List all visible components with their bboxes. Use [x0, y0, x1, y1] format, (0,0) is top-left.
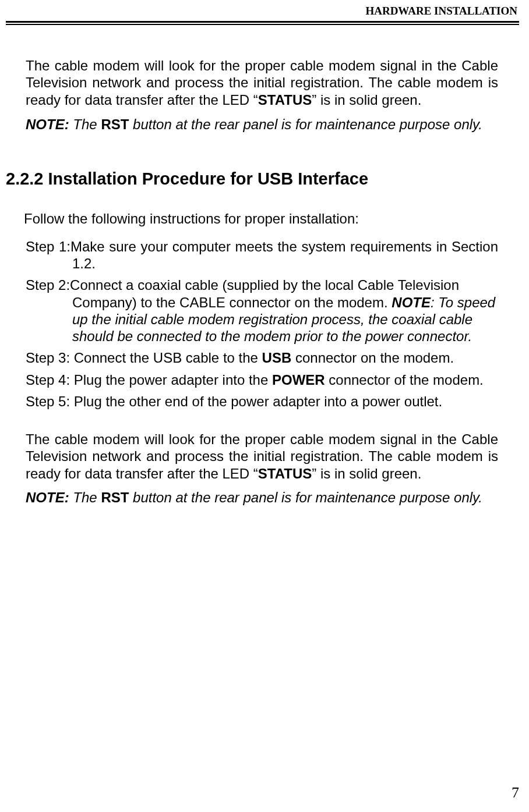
power-bold: POWER	[272, 372, 325, 388]
page: HARDWARE INSTALLATION The cable modem wi…	[0, 0, 529, 812]
note-bold-italic: NOTE	[392, 295, 431, 310]
status-bold: STATUS	[258, 92, 312, 108]
note-label: NOTE:	[26, 490, 69, 505]
usb-bold: USB	[262, 350, 292, 366]
text: button at the rear panel is for maintena…	[129, 116, 482, 132]
step-label: Step 3:	[26, 350, 74, 366]
intro-paragraph-1: The cable modem will look for the proper…	[26, 57, 498, 108]
step-1: Step 1:Make sure your computer meets the…	[26, 238, 498, 272]
step-5: Step 5: Plug the other end of the power …	[26, 393, 498, 410]
page-number: 7	[512, 784, 519, 802]
step-label: Step 1:	[26, 239, 70, 254]
note-1: NOTE: The RST button at the rear panel i…	[26, 116, 498, 133]
text: The	[69, 116, 101, 132]
closing-paragraph: The cable modem will look for the proper…	[26, 431, 498, 482]
header-title: HARDWARE INSTALLATION	[6, 5, 517, 19]
step-label: Step 2:	[26, 277, 70, 293]
text: button at the rear panel is for maintena…	[129, 490, 482, 505]
step-text: Plug the other end of the power adapter …	[74, 393, 442, 409]
text: ” is in solid green.	[312, 466, 421, 481]
step-text: Connect the USB cable to the	[74, 350, 262, 366]
status-bold: STATUS	[258, 466, 312, 481]
step-text: Make sure your computer meets the system…	[70, 239, 498, 271]
step-4: Step 4: Plug the power adapter into the …	[26, 371, 498, 388]
section-heading: 2.2.2 Installation Procedure for USB Int…	[6, 169, 498, 189]
step-text: connector on the modem.	[291, 350, 454, 366]
step-text: connector of the modem.	[325, 372, 484, 388]
rst-bold: RST	[101, 490, 129, 505]
note-2: NOTE: The RST button at the rear panel i…	[26, 489, 498, 506]
step-text: Plug the power adapter into the	[74, 372, 272, 388]
text: The	[69, 490, 101, 505]
rule-thick	[6, 21, 519, 23]
step-label: Step 5:	[26, 393, 74, 409]
step-label: Step 4:	[26, 372, 74, 388]
instructions-intro: Follow the following instructions for pr…	[24, 210, 498, 227]
content: The cable modem will look for the proper…	[6, 25, 519, 506]
note-label: NOTE:	[26, 116, 69, 132]
step-3: Step 3: Connect the USB cable to the USB…	[26, 349, 498, 366]
rst-bold: RST	[101, 116, 129, 132]
step-2: Step 2:Connect a coaxial cable (supplied…	[26, 276, 498, 345]
text: ” is in solid green.	[312, 92, 421, 108]
